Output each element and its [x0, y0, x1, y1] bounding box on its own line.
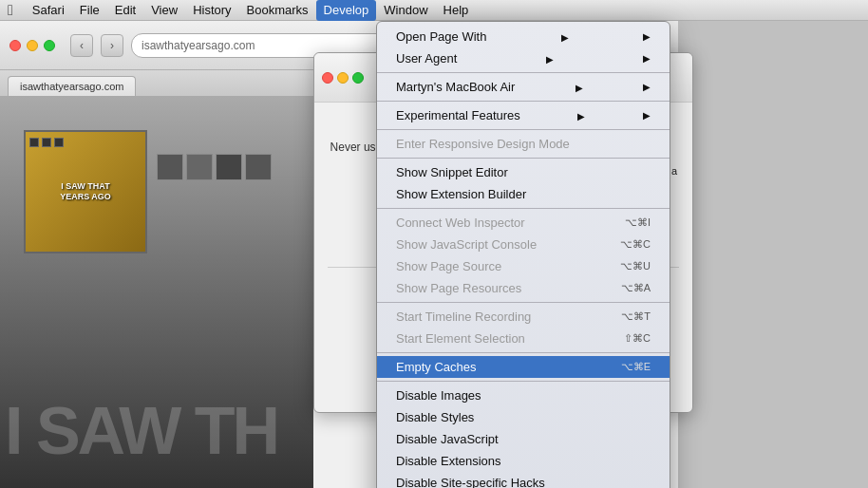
menu-element-selection: Start Element Selection ⇧⌘C [377, 328, 670, 349]
menu-disable-javascript[interactable]: Disable JavaScript [377, 428, 670, 450]
menubar-window[interactable]: Window [376, 0, 435, 21]
menu-web-inspector: Connect Web Inspector ⌥⌘I [377, 212, 670, 234]
forward-button[interactable]: › [101, 34, 123, 57]
menu-user-agent[interactable]: User Agent [377, 47, 670, 69]
fullscreen-button[interactable] [44, 40, 55, 51]
arrow-icon [576, 80, 583, 94]
close-button[interactable] [9, 40, 21, 51]
menubar-safari[interactable]: Safari [25, 0, 72, 21]
menubar-view[interactable]: View [143, 0, 185, 21]
apple-menu-icon[interactable]:  [8, 2, 13, 19]
separator [377, 381, 670, 382]
menu-extension-builder[interactable]: Show Extension Builder [377, 183, 670, 205]
site-logo: I SAW THATYEARS AGO [24, 130, 147, 253]
menubar-develop[interactable]: Develop [316, 0, 377, 21]
arrow-icon [577, 108, 585, 122]
menu-empty-caches[interactable]: Empty Caches ⌥⌘E [377, 356, 670, 378]
menu-open-page-with[interactable]: Open Page With [377, 26, 670, 47]
menu-js-console: Show JavaScript Console ⌥⌘C [377, 234, 670, 255]
separator [377, 352, 670, 353]
filmstrip [157, 154, 272, 180]
arrow-icon [546, 51, 554, 66]
arrow-icon [561, 29, 569, 44]
separator [377, 302, 670, 303]
shortcut-timeline: ⌥⌘T [621, 310, 651, 323]
menu-disable-site-hacks[interactable]: Disable Site-specific Hacks [377, 472, 670, 488]
menu-page-source: Show Page Source ⌥⌘U [377, 255, 670, 277]
shortcut-web-inspector: ⌥⌘I [625, 216, 651, 229]
menubar-bookmarks[interactable]: Bookmarks [239, 0, 316, 21]
prefs-close-button[interactable] [322, 72, 333, 84]
menu-page-resources: Show Page Resources ⌥⌘A [377, 277, 670, 299]
shortcut-page-resources: ⌥⌘A [621, 282, 651, 294]
menubar-edit[interactable]: Edit [107, 0, 143, 21]
menu-experimental-features[interactable]: Experimental Features [377, 104, 670, 126]
menu-disable-styles[interactable]: Disable Styles [377, 406, 670, 428]
menu-disable-extensions[interactable]: Disable Extensions [377, 450, 670, 472]
shortcut-empty-caches: ⌥⌘E [621, 361, 651, 373]
separator [377, 208, 670, 209]
menu-timeline-recording: Start Timeline Recording ⌥⌘T [377, 306, 670, 328]
tab-isawthat[interactable]: isawthatyearsago.com [8, 76, 136, 96]
separator [377, 101, 670, 102]
minimize-button[interactable] [27, 40, 38, 51]
separator [377, 129, 670, 130]
separator [377, 158, 670, 159]
menu-responsive-design: Enter Responsive Design Mode [377, 133, 670, 155]
menubar-file[interactable]: File [72, 0, 107, 21]
menubar-help[interactable]: Help [436, 0, 477, 21]
menu-macbook-air[interactable]: Martyn's MacBook Air [377, 76, 670, 98]
prefs-fullscreen-button[interactable] [352, 72, 364, 84]
prefs-minimize-button[interactable] [337, 72, 349, 84]
back-button[interactable]: ‹ [70, 34, 93, 57]
shortcut-js-console: ⌥⌘C [620, 238, 651, 251]
separator [377, 72, 670, 73]
shortcut-element: ⇧⌘C [624, 332, 651, 345]
develop-dropdown-menu: Open Page With User Agent Martyn's MacBo… [376, 21, 670, 488]
menubar-history[interactable]: History [185, 0, 238, 21]
traffic-lights [9, 40, 55, 51]
menu-disable-images[interactable]: Disable Images [377, 385, 670, 406]
menubar:  Safari File Edit View History Bookmark… [0, 0, 868, 21]
big-background-text: I SAW TH [0, 374, 313, 488]
menu-snippet-editor[interactable]: Show Snippet Editor [377, 161, 670, 183]
shortcut-page-source: ⌥⌘U [620, 260, 651, 272]
site-thumbnail: I SAW THATYEARS AGO I SAW TH [0, 97, 313, 488]
